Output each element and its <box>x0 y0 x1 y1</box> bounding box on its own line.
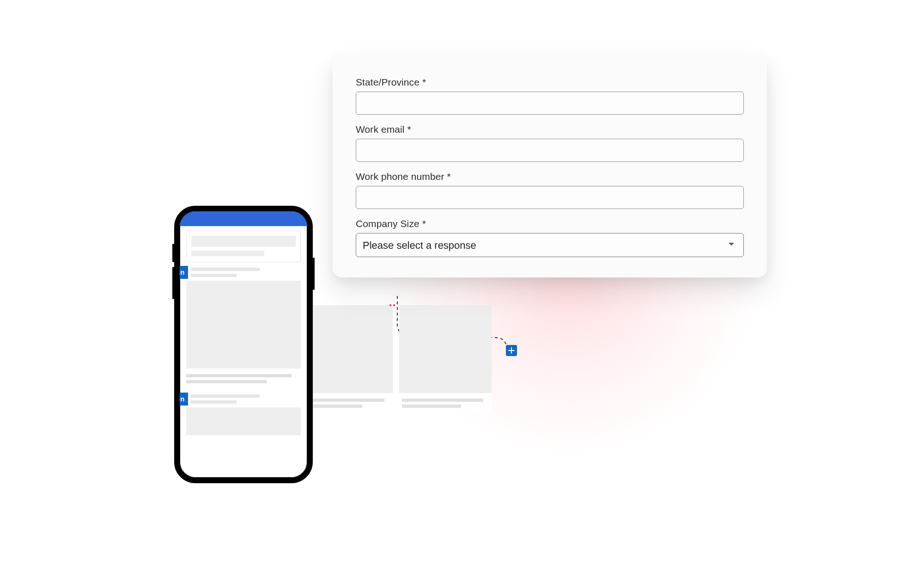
placeholder-line <box>191 274 237 277</box>
company-size-label: Company Size * <box>356 218 744 229</box>
feed-post: in <box>186 393 301 435</box>
placeholder-line <box>402 399 483 402</box>
placeholder-line <box>186 380 267 383</box>
placeholder-line <box>191 400 237 404</box>
feed-header-card <box>186 231 301 262</box>
placeholder-image <box>399 305 492 393</box>
phone-label: Work phone number * <box>356 171 744 182</box>
placeholder-line <box>191 394 260 398</box>
placeholder-line <box>402 405 461 408</box>
field-company-size: Company Size * Please select a response <box>356 218 744 257</box>
placeholder-image <box>186 281 301 369</box>
company-size-select[interactable]: Please select a response <box>356 233 744 257</box>
placeholder-line <box>186 374 292 377</box>
feed-post: in <box>186 266 301 383</box>
lead-form-card: State/Province * Work email * Work phone… <box>333 55 767 277</box>
placeholder-image <box>300 305 393 393</box>
phone-status-bar <box>180 211 307 226</box>
email-input[interactable] <box>356 139 744 162</box>
add-step-button[interactable] <box>506 345 517 356</box>
email-label: Work email * <box>356 124 744 135</box>
field-email: Work email * <box>356 124 744 162</box>
carousel-card <box>300 305 393 412</box>
connector-dots <box>389 304 395 306</box>
linkedin-icon: in <box>180 266 188 279</box>
plus-icon <box>508 347 515 354</box>
placeholder-line <box>191 268 260 271</box>
placeholder-image <box>186 407 301 435</box>
placeholder-title <box>191 236 296 247</box>
linkedin-icon: in <box>180 393 188 406</box>
phone-mockup: in in <box>174 206 313 483</box>
linkedin-glyph: in <box>180 396 184 402</box>
field-phone: Work phone number * <box>356 171 744 209</box>
state-label: State/Province * <box>356 77 744 88</box>
field-state: State/Province * <box>356 77 744 115</box>
phone-volume-button <box>172 244 174 262</box>
linkedin-glyph: in <box>180 269 184 276</box>
placeholder-subtitle <box>191 251 264 256</box>
phone-input[interactable] <box>356 186 744 209</box>
state-input[interactable] <box>356 92 744 115</box>
carousel-card <box>399 305 492 412</box>
phone-volume-button-2 <box>172 267 174 299</box>
phone-power-button <box>313 258 315 290</box>
phone-screen: in in <box>180 211 307 478</box>
feed: in in <box>180 226 307 435</box>
placeholder-line <box>303 399 384 402</box>
